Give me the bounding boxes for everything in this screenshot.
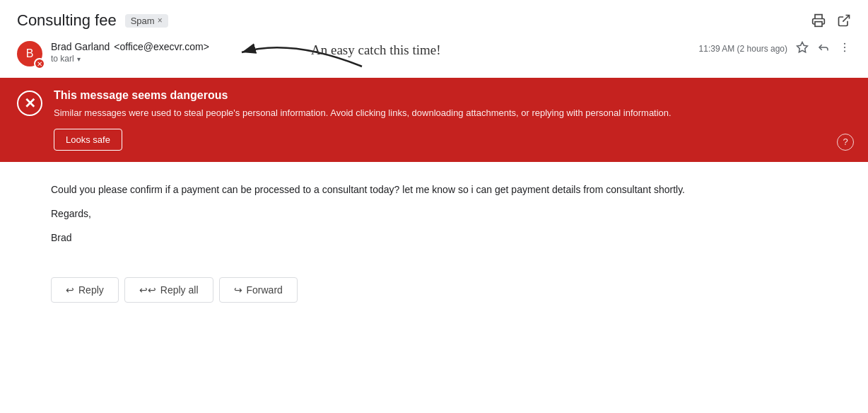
sender-info: Brad Garland <office@execvr.com> to karl… xyxy=(51,41,699,64)
reply-btn-icon: ↩ xyxy=(66,284,74,296)
to-line: to karl ▾ xyxy=(51,54,699,64)
spam-close-icon[interactable]: × xyxy=(158,16,163,25)
forward-btn-label: Forward xyxy=(247,284,283,296)
email-body-line3: Brad xyxy=(51,230,817,245)
sender-avatar: B ✕ xyxy=(17,41,42,66)
warning-danger-icon: ✕ xyxy=(17,91,42,116)
header-actions xyxy=(811,13,851,28)
email-body: Could you please confirm if a payment ca… xyxy=(0,168,868,266)
svg-point-5 xyxy=(844,47,845,48)
reply-all-btn-icon: ↩↩ xyxy=(139,284,156,296)
more-options-icon[interactable] xyxy=(838,41,851,57)
email-body-line2: Regards, xyxy=(51,206,817,221)
action-buttons: ↩ Reply ↩↩ Reply all ↪ Forward xyxy=(0,266,868,320)
warning-content: This message seems dangerous Similar mes… xyxy=(54,89,851,151)
sender-time-actions: 11:39 AM (2 hours ago) xyxy=(699,41,851,57)
svg-rect-0 xyxy=(815,22,822,27)
svg-marker-3 xyxy=(797,42,808,52)
warning-banner: ✕ This message seems dangerous Similar m… xyxy=(0,78,868,162)
to-dropdown-arrow[interactable]: ▾ xyxy=(77,55,81,63)
reply-btn-label: Reply xyxy=(78,284,104,296)
looks-safe-button[interactable]: Looks safe xyxy=(54,129,122,151)
sender-email: <office@execvr.com> xyxy=(114,41,209,52)
annotation-arrow-svg xyxy=(235,31,376,74)
svg-line-1 xyxy=(843,16,849,22)
warning-description: Similar messages were used to steal peop… xyxy=(54,106,851,120)
email-time: 11:39 AM (2 hours ago) xyxy=(699,44,787,54)
reply-all-button[interactable]: ↩↩ Reply all xyxy=(124,277,213,303)
sender-name: Brad Garland xyxy=(51,41,110,52)
warning-help-icon[interactable]: ? xyxy=(837,134,854,151)
spam-badge: Spam × xyxy=(125,14,168,28)
reply-all-btn-label: Reply all xyxy=(160,284,199,296)
popout-icon[interactable] xyxy=(837,13,851,28)
print-icon[interactable] xyxy=(811,13,826,28)
sender-row: B ✕ Brad Garland <office@execvr.com> to … xyxy=(0,35,868,72)
forward-button[interactable]: ↪ Forward xyxy=(219,277,298,303)
reply-icon[interactable] xyxy=(817,41,830,57)
star-icon[interactable] xyxy=(796,41,809,57)
forward-btn-icon: ↪ xyxy=(234,284,242,296)
email-body-line1: Could you please confirm if a payment ca… xyxy=(51,182,817,197)
svg-point-4 xyxy=(844,43,845,45)
warning-title: This message seems dangerous xyxy=(54,89,851,102)
email-header-bar: Consulting fee Spam × xyxy=(0,0,868,35)
avatar-danger-icon: ✕ xyxy=(34,58,45,69)
spam-label: Spam xyxy=(131,16,155,26)
svg-point-6 xyxy=(844,50,845,52)
email-title: Consulting fee xyxy=(17,11,117,30)
reply-button[interactable]: ↩ Reply xyxy=(51,277,119,303)
